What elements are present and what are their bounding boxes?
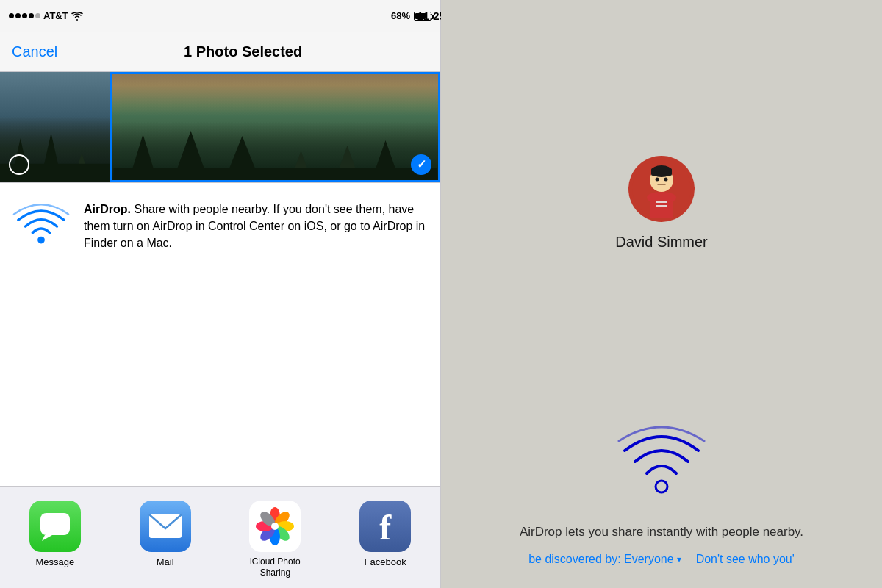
- svg-point-34: [656, 177, 659, 181]
- status-bar: AT&T 11:25 PM 68%: [0, 0, 440, 32]
- mail-app-icon[interactable]: [140, 501, 191, 552]
- ios-share-sheet: AT&T 11:25 PM 68% Cancel 1 Photo Selecte…: [0, 0, 441, 588]
- svg-point-0: [76, 19, 78, 21]
- svg-point-41: [656, 481, 667, 492]
- panel-divider: [662, 0, 662, 353]
- selected-border: [110, 72, 440, 182]
- airdrop-bold: AirDrop.: [84, 203, 131, 215]
- app-item-icloud[interactable]: iCloud Photo Sharing: [234, 501, 315, 579]
- photos-pinwheel-icon: [254, 506, 295, 547]
- mail-envelope-icon: [148, 514, 182, 539]
- svg-point-29: [271, 523, 279, 530]
- airdrop-section: AirDrop. Share with people nearby. If yo…: [0, 183, 440, 487]
- message-app-label: Message: [36, 556, 75, 569]
- dont-see-link[interactable]: Don't see who you': [696, 553, 795, 566]
- svg-marker-19: [42, 535, 52, 541]
- message-app-icon[interactable]: [29, 501, 81, 552]
- airdrop-icon: [12, 198, 70, 256]
- right-bottom: AirDrop lets you share instantly with pe…: [441, 420, 882, 588]
- app-item-mail[interactable]: Mail: [125, 501, 206, 569]
- svg-point-35: [664, 177, 668, 181]
- mail-app-label: Mail: [157, 556, 174, 569]
- selection-circle-1[interactable]: [9, 154, 29, 175]
- nav-bar: Cancel 1 Photo Selected: [0, 32, 440, 72]
- signal-dots: [9, 13, 40, 18]
- svg-rect-18: [40, 513, 70, 535]
- photo-thumb-1[interactable]: [0, 72, 110, 182]
- carrier-label: AT&T: [43, 10, 68, 21]
- signal-dot-4: [29, 13, 34, 18]
- app-item-facebook[interactable]: f Facebook: [345, 501, 426, 569]
- discover-text: be discovered by: Everyone: [528, 553, 673, 566]
- photo-grid: ✓: [0, 72, 440, 183]
- facebook-f-icon: f: [379, 510, 391, 545]
- facebook-app-label: Facebook: [365, 556, 406, 569]
- battery-fill: [415, 13, 426, 19]
- signal-dot-5: [35, 13, 40, 18]
- icloud-app-label: iCloud Photo Sharing: [250, 556, 301, 579]
- signal-dot-1: [9, 13, 14, 18]
- app-item-message[interactable]: Message: [15, 501, 96, 569]
- signal-dot-3: [22, 13, 27, 18]
- right-panel: David Simmer AirDrop lets you share inst…: [441, 0, 882, 588]
- airdrop-icon-container: [12, 198, 71, 257]
- svg-point-17: [37, 237, 45, 244]
- discover-row: be discovered by: Everyone ▾ Don't see w…: [528, 553, 795, 566]
- chevron-down-icon: ▾: [677, 554, 681, 564]
- airdrop-rest: Share with people nearby. If you don't s…: [84, 203, 425, 249]
- signal-dot-2: [15, 13, 21, 18]
- message-bubble-icon: [39, 512, 71, 541]
- cancel-button[interactable]: Cancel: [12, 43, 57, 60]
- wifi-icon: [71, 12, 83, 21]
- photos-app-icon[interactable]: [249, 501, 301, 552]
- selection-check-2[interactable]: ✓: [411, 154, 431, 175]
- battery-icon: [414, 12, 431, 21]
- airdrop-caption: AirDrop lets you share instantly with pe…: [498, 523, 825, 541]
- checkmark-icon: ✓: [417, 159, 426, 171]
- photo-thumb-2[interactable]: ✓: [110, 72, 440, 182]
- app-row: Message Mail: [0, 487, 440, 588]
- status-left: AT&T: [9, 10, 83, 21]
- airdrop-description: AirDrop. Share with people nearby. If yo…: [84, 201, 429, 252]
- facebook-app-icon[interactable]: f: [359, 501, 411, 552]
- airdrop-big-icon: [617, 420, 706, 509]
- airdrop-text: AirDrop. Share with people nearby. If yo…: [84, 198, 429, 252]
- battery-percent: 68%: [391, 10, 410, 21]
- nav-title: 1 Photo Selected: [57, 43, 429, 60]
- status-right: 68%: [391, 10, 431, 21]
- discover-everyone-link[interactable]: be discovered by: Everyone ▾: [528, 553, 681, 566]
